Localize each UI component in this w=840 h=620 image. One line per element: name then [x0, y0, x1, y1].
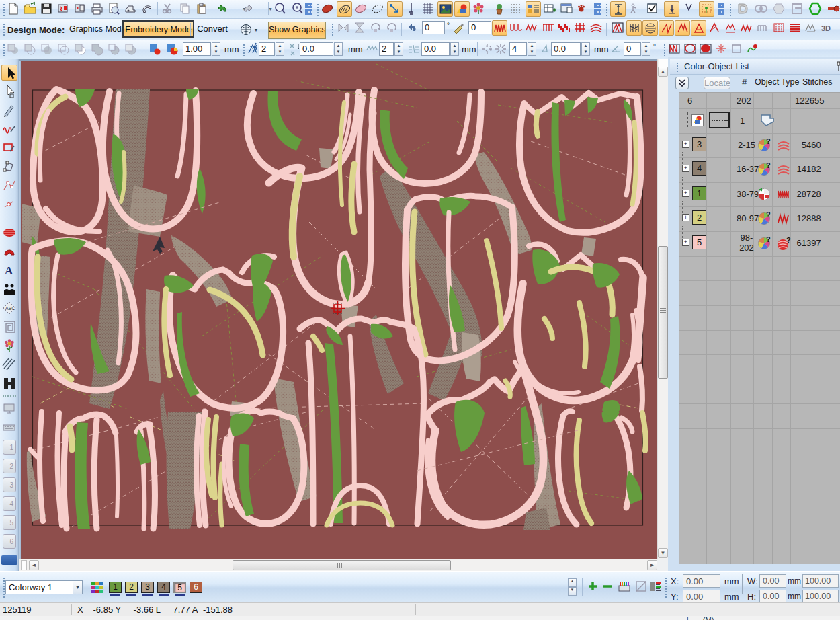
svg-text:?: ?	[766, 211, 771, 219]
svg-text:ABC: ABC	[5, 306, 15, 311]
svg-text:?: ?	[766, 236, 771, 243]
svg-text:?: ?	[766, 162, 771, 169]
svg-text:?: ?	[766, 138, 771, 145]
svg-text:?: ?	[786, 237, 791, 244]
svg-text:A: A	[5, 264, 13, 277]
